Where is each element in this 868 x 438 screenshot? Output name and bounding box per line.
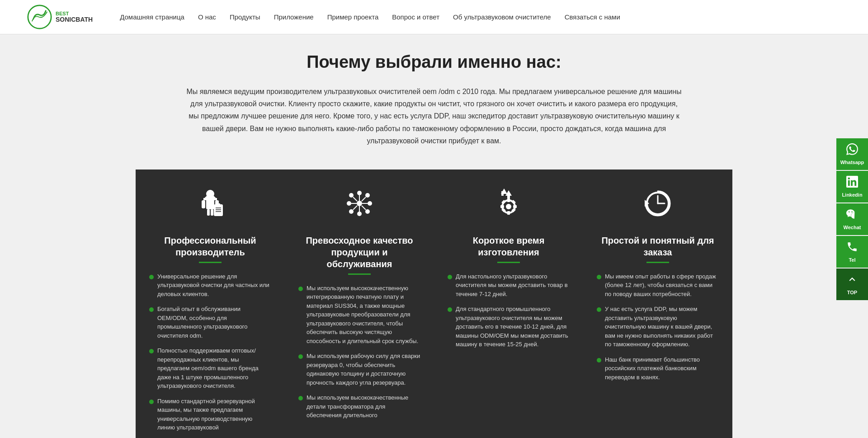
list-item: Универсальное решение для ультразвуковой… [149,272,271,299]
card-quality: Превосходное качество продукции и обслуж… [285,170,434,438]
svg-rect-3 [202,200,205,208]
card-3-list: Для настольного ультразвукового очистите… [448,272,570,349]
tel-label: Tel [849,257,855,263]
linkedin-button[interactable]: Linkedin [836,171,868,203]
svg-point-18 [368,201,372,206]
nav-products[interactable]: Продукты [230,13,260,21]
float-sidebar: Whatsapp Linkedin Wechat Tel TOP [836,138,868,300]
svg-line-28 [362,206,366,210]
list-item: Мы используем высококачественные детали … [298,393,420,420]
svg-rect-42 [507,193,510,198]
svg-rect-7 [214,205,222,216]
list-item: Для стандартного промышленного ультразву… [448,305,570,349]
phone-icon [846,241,858,255]
svg-rect-35 [500,205,504,208]
svg-point-16 [357,212,362,216]
svg-point-22 [349,209,354,214]
list-item: У нас есть услуга DDP, мы можем доставит… [597,305,719,349]
wechat-label: Wechat [844,225,861,230]
nav-about[interactable]: О нас [198,13,216,21]
card-time: Короткое время изготовления Для настольн… [434,170,583,438]
whatsapp-label: Whatsapp [840,160,864,165]
list-item: Мы имеем опыт работы в сфере продаж (бол… [597,272,719,299]
card-2-underline [348,273,371,275]
svg-rect-2 [206,199,214,209]
card-1-underline [199,262,222,263]
logo-icon [27,5,52,29]
svg-point-17 [347,201,351,206]
svg-line-29 [362,197,366,201]
linkedin-icon [846,176,858,190]
nav-home[interactable]: Домашняя страница [120,13,184,21]
list-item: Мы используем высококачественную интегри… [298,284,420,346]
svg-rect-13 [203,198,217,200]
card-4-title: Простой и понятный для заказа [597,235,719,258]
svg-rect-5 [207,209,210,216]
nav-contact[interactable]: Связаться с нами [565,13,620,21]
list-item: Для настольного ультразвукового очистите… [448,272,570,299]
svg-line-27 [353,197,357,201]
linkedin-label: Linkedin [842,192,862,198]
card-3-icon [448,188,570,226]
page-title: Почему выбрали именно нас: [90,52,778,72]
whatsapp-button[interactable]: Whatsapp [836,138,868,170]
list-item: Помимо стандартной резервуарной машины, … [149,397,271,432]
card-professional: Профессиональный производитель Универсал… [136,170,285,438]
svg-line-30 [353,206,357,210]
svg-rect-33 [507,198,510,202]
card-4-icon [597,188,719,226]
logo-text: BEST SONICBATH [56,11,93,23]
svg-rect-36 [513,205,517,208]
card-4-underline [646,262,669,263]
nav-faq[interactable]: Вопрос и ответ [392,13,439,21]
card-4-list: Мы имеем опыт работы в сфере продаж (бол… [597,272,719,382]
card-2-list: Мы используем высококачественную интегри… [298,284,420,420]
card-1-title: Профессиональный производитель [149,235,271,258]
card-3-underline [497,262,520,263]
list-item: Богатый опыт в обслуживании OEM/ODM, осо… [149,305,271,340]
logo-area: BEST SONICBATH [27,5,93,29]
card-order: Простой и понятный для заказа Мы имеем о… [583,170,732,438]
main-content: Почему выбрали именно нас: Мы являемся в… [0,34,868,438]
tel-button[interactable]: Tel [836,236,868,268]
svg-point-20 [365,209,370,214]
card-1-list: Универсальное решение для ультразвуковой… [149,272,271,432]
card-2-title: Превосходное качество продукции и обслуж… [298,235,420,270]
top-button[interactable]: TOP [836,268,868,300]
header: BEST SONICBATH Домашняя страница О нас П… [0,0,868,34]
features-grid: Профессиональный производитель Универсал… [136,170,732,438]
top-icon [846,273,858,288]
list-item: Наш банк принимает большинство российски… [597,355,719,382]
nav-project[interactable]: Пример проекта [327,13,379,21]
card-2-icon [298,188,420,226]
wechat-icon [846,208,858,223]
svg-rect-9 [217,203,220,206]
svg-point-14 [357,201,362,206]
svg-point-15 [357,191,362,195]
svg-point-32 [506,204,511,209]
svg-rect-34 [507,211,510,215]
intro-paragraph: Мы являемся ведущим производителем ультр… [185,85,683,147]
list-item: Полностью поддерживаем оптовых/ перепрод… [149,346,271,391]
list-item: Мы используем рабочую силу для сварки ре… [298,352,420,387]
main-nav: Домашняя страница О нас Продукты Приложе… [120,13,841,21]
svg-point-21 [365,193,370,198]
nav-about-cleaner[interactable]: Об ультразвуковом очистителе [453,13,551,21]
svg-rect-6 [211,209,213,216]
card-3-title: Короткое время изготовления [448,235,570,258]
nav-application[interactable]: Приложение [274,13,314,21]
svg-rect-44 [501,191,504,196]
card-1-icon [149,188,271,226]
whatsapp-icon [846,143,858,158]
svg-point-19 [349,193,354,198]
top-label: TOP [847,290,857,295]
wechat-button[interactable]: Wechat [836,203,868,235]
